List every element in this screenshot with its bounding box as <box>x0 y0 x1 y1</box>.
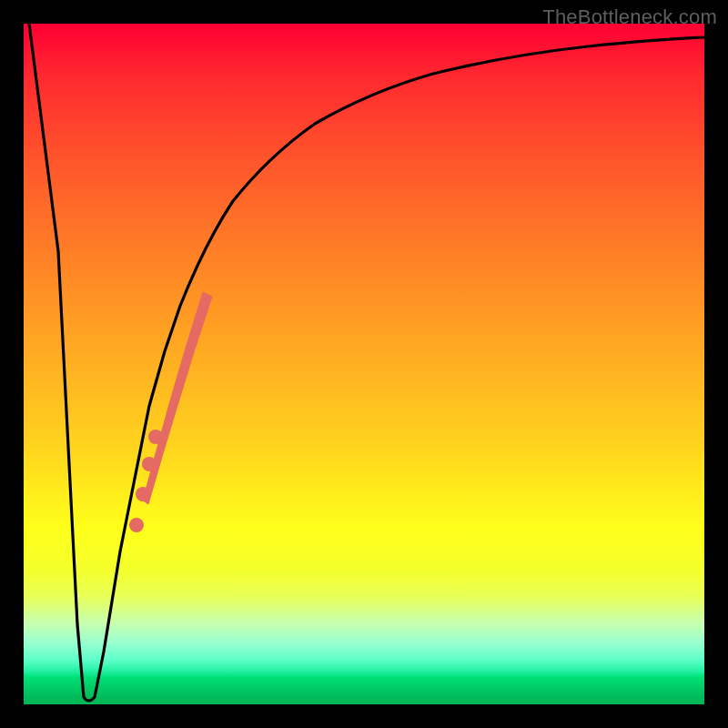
highlight-dot <box>148 430 163 444</box>
highlight-dot <box>142 457 157 471</box>
plot-area <box>24 24 704 704</box>
highlight-dot <box>136 487 150 501</box>
highlight-segment <box>143 292 212 504</box>
bottleneck-curve <box>29 24 704 701</box>
highlight-dot <box>129 518 144 532</box>
chart-stage: TheBottleneck.com <box>0 0 728 728</box>
watermark-text: TheBottleneck.com <box>542 5 717 29</box>
curve-layer <box>24 24 704 704</box>
